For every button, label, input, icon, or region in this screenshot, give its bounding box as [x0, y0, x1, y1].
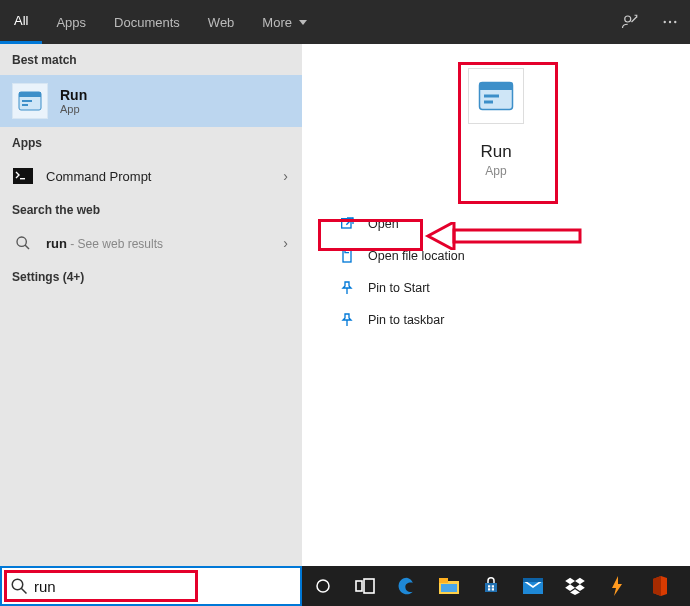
result-web-run[interactable]: run - See web results › — [0, 225, 302, 261]
taskbar-mail[interactable] — [512, 566, 554, 606]
svg-point-24 — [317, 580, 329, 592]
result-command-prompt[interactable]: Command Prompt › — [0, 158, 302, 194]
taskbar-store[interactable] — [470, 566, 512, 606]
folder-location-icon — [338, 247, 356, 265]
taskbar-dropbox[interactable] — [554, 566, 596, 606]
pin-start-icon — [338, 279, 356, 297]
best-match-title: Run — [60, 87, 87, 103]
search-tabs: All Apps Documents Web More — [0, 0, 690, 44]
search-box[interactable] — [0, 566, 302, 606]
svg-point-3 — [674, 21, 676, 23]
svg-rect-26 — [364, 579, 374, 593]
svg-rect-30 — [488, 585, 490, 587]
svg-rect-8 — [13, 168, 33, 184]
svg-rect-13 — [480, 83, 513, 91]
chevron-right-icon: › — [283, 168, 288, 184]
svg-line-11 — [25, 245, 29, 249]
taskbar-edge[interactable] — [386, 566, 428, 606]
action-label: Open file location — [368, 249, 465, 263]
apps-header: Apps — [0, 127, 302, 158]
svg-rect-17 — [343, 250, 351, 262]
run-icon-large — [468, 68, 524, 124]
taskbar-cortana[interactable] — [302, 566, 344, 606]
search-input[interactable] — [34, 578, 292, 595]
svg-rect-32 — [488, 588, 490, 590]
svg-rect-7 — [22, 104, 28, 106]
svg-line-23 — [21, 588, 26, 593]
search-icon — [10, 577, 28, 595]
svg-rect-25 — [356, 581, 362, 591]
settings-header[interactable]: Settings (4+) — [0, 261, 302, 292]
taskbar-icons — [302, 566, 690, 606]
svg-point-2 — [669, 21, 671, 23]
feedback-icon[interactable] — [610, 0, 650, 44]
svg-point-0 — [625, 16, 631, 22]
tab-more[interactable]: More — [248, 0, 321, 44]
search-icon — [12, 233, 34, 253]
web-suffix: - See web results — [67, 237, 163, 251]
tab-all[interactable]: All — [0, 0, 42, 44]
taskbar-winamp[interactable] — [596, 566, 638, 606]
preview-panel: Run App Open Open file location — [302, 44, 690, 566]
tab-web[interactable]: Web — [194, 0, 249, 44]
svg-rect-9 — [20, 178, 25, 179]
taskbar-taskview[interactable] — [344, 566, 386, 606]
svg-rect-5 — [19, 92, 41, 97]
action-label: Pin to Start — [368, 281, 430, 295]
action-pin-start[interactable]: Pin to Start — [332, 272, 660, 304]
svg-rect-31 — [492, 585, 494, 587]
tab-documents[interactable]: Documents — [100, 0, 194, 44]
more-options-icon[interactable] — [650, 0, 690, 44]
svg-rect-16 — [342, 219, 351, 228]
preview-actions: Open Open file location Pin to Start — [302, 208, 690, 336]
svg-rect-14 — [484, 95, 499, 98]
taskbar-office[interactable] — [638, 566, 680, 606]
action-label: Open — [368, 217, 399, 231]
preview-title: Run — [480, 142, 511, 162]
result-label: run - See web results — [46, 236, 163, 251]
run-icon — [12, 83, 48, 119]
chevron-down-icon — [299, 20, 307, 25]
best-match-subtitle: App — [60, 103, 87, 115]
web-query: run — [46, 236, 67, 251]
svg-rect-6 — [22, 100, 32, 102]
action-open[interactable]: Open — [332, 208, 660, 240]
action-label: Pin to taskbar — [368, 313, 444, 327]
svg-rect-15 — [484, 101, 493, 104]
svg-point-22 — [12, 579, 23, 590]
action-open-file-location[interactable]: Open file location — [332, 240, 660, 272]
action-pin-taskbar[interactable]: Pin to taskbar — [332, 304, 660, 336]
svg-rect-35 — [523, 578, 543, 582]
results-panel: Best match Run App Apps Command Prompt ›… — [0, 44, 302, 566]
svg-rect-33 — [492, 588, 494, 590]
best-match-header: Best match — [0, 44, 302, 75]
taskbar — [0, 566, 690, 606]
pin-taskbar-icon — [338, 311, 356, 329]
taskbar-explorer[interactable] — [428, 566, 470, 606]
svg-point-10 — [17, 237, 26, 246]
tab-apps[interactable]: Apps — [42, 0, 100, 44]
svg-point-1 — [664, 21, 666, 23]
svg-rect-28 — [439, 578, 448, 583]
preview-subtitle: App — [485, 164, 506, 178]
tab-more-label: More — [262, 15, 292, 30]
open-icon — [338, 215, 356, 233]
svg-rect-29 — [441, 584, 457, 592]
best-match-texts: Run App — [60, 87, 87, 115]
best-match-run[interactable]: Run App — [0, 75, 302, 127]
result-label: Command Prompt — [46, 169, 151, 184]
command-prompt-icon — [12, 166, 34, 186]
chevron-right-icon: › — [283, 235, 288, 251]
web-header: Search the web — [0, 194, 302, 225]
